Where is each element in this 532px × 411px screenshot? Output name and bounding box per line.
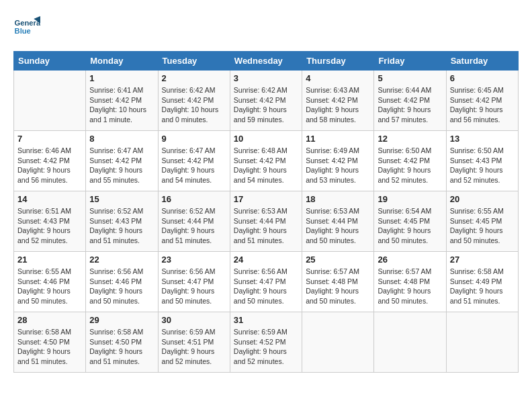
day-number: 9	[162, 134, 226, 144]
calendar-cell: 5Sunrise: 6:44 AM Sunset: 4:42 PM Daylig…	[374, 71, 446, 131]
cell-info: Sunrise: 6:54 AM Sunset: 4:45 PM Dayligh…	[378, 206, 442, 246]
day-header-tuesday: Tuesday	[158, 52, 230, 71]
calendar-cell: 26Sunrise: 6:57 AM Sunset: 4:48 PM Dayli…	[374, 252, 446, 312]
day-number: 20	[450, 194, 515, 204]
day-header-thursday: Thursday	[302, 52, 374, 71]
cell-info: Sunrise: 6:53 AM Sunset: 4:44 PM Dayligh…	[234, 206, 298, 246]
calendar-cell: 6Sunrise: 6:45 AM Sunset: 4:42 PM Daylig…	[446, 71, 518, 131]
calendar-cell: 7Sunrise: 6:46 AM Sunset: 4:42 PM Daylig…	[14, 131, 86, 191]
cell-info: Sunrise: 6:42 AM Sunset: 4:42 PM Dayligh…	[234, 85, 298, 125]
calendar-cell: 20Sunrise: 6:55 AM Sunset: 4:45 PM Dayli…	[446, 191, 518, 252]
week-row-3: 14Sunrise: 6:51 AM Sunset: 4:43 PM Dayli…	[14, 191, 519, 252]
cell-info: Sunrise: 6:52 AM Sunset: 4:43 PM Dayligh…	[89, 206, 154, 246]
calendar-cell: 22Sunrise: 6:56 AM Sunset: 4:46 PM Dayli…	[86, 252, 158, 312]
cell-info: Sunrise: 6:58 AM Sunset: 4:50 PM Dayligh…	[17, 327, 82, 367]
day-number: 8	[89, 134, 154, 144]
calendar-cell: 21Sunrise: 6:55 AM Sunset: 4:46 PM Dayli…	[14, 252, 86, 312]
day-number: 12	[378, 134, 442, 144]
cell-info: Sunrise: 6:46 AM Sunset: 4:42 PM Dayligh…	[17, 146, 82, 185]
day-number: 14	[17, 194, 82, 204]
calendar-cell	[446, 312, 518, 373]
day-number: 24	[234, 255, 298, 265]
cell-info: Sunrise: 6:43 AM Sunset: 4:42 PM Dayligh…	[306, 85, 370, 125]
day-number: 3	[234, 73, 298, 83]
cell-info: Sunrise: 6:57 AM Sunset: 4:48 PM Dayligh…	[306, 267, 370, 306]
day-header-friday: Friday	[374, 52, 446, 71]
day-number: 16	[162, 194, 226, 204]
logo: General Blue	[13, 13, 43, 40]
cell-info: Sunrise: 6:57 AM Sunset: 4:48 PM Dayligh…	[378, 267, 442, 306]
day-number: 1	[89, 73, 154, 83]
day-number: 22	[89, 255, 154, 265]
day-number: 4	[306, 73, 370, 83]
day-number: 6	[450, 73, 515, 83]
calendar-cell	[14, 71, 86, 131]
day-number: 15	[89, 194, 154, 204]
calendar-cell: 28Sunrise: 6:58 AM Sunset: 4:50 PM Dayli…	[14, 312, 86, 373]
cell-info: Sunrise: 6:56 AM Sunset: 4:47 PM Dayligh…	[162, 267, 226, 306]
day-number: 19	[378, 194, 442, 204]
cell-info: Sunrise: 6:49 AM Sunset: 4:42 PM Dayligh…	[306, 146, 370, 185]
cell-info: Sunrise: 6:50 AM Sunset: 4:43 PM Dayligh…	[450, 146, 515, 185]
cell-info: Sunrise: 6:41 AM Sunset: 4:42 PM Dayligh…	[89, 85, 154, 125]
calendar-cell: 4Sunrise: 6:43 AM Sunset: 4:42 PM Daylig…	[302, 71, 374, 131]
day-number: 31	[234, 315, 298, 325]
cell-info: Sunrise: 6:44 AM Sunset: 4:42 PM Dayligh…	[378, 85, 442, 125]
cell-info: Sunrise: 6:56 AM Sunset: 4:47 PM Dayligh…	[234, 267, 298, 306]
cell-info: Sunrise: 6:47 AM Sunset: 4:42 PM Dayligh…	[162, 146, 226, 185]
cell-info: Sunrise: 6:55 AM Sunset: 4:45 PM Dayligh…	[450, 206, 515, 246]
day-number: 17	[234, 194, 298, 204]
logo-icon: General Blue	[13, 13, 40, 40]
cell-info: Sunrise: 6:48 AM Sunset: 4:42 PM Dayligh…	[234, 146, 298, 185]
day-number: 18	[306, 194, 370, 204]
day-number: 27	[450, 255, 515, 265]
calendar-cell: 16Sunrise: 6:52 AM Sunset: 4:44 PM Dayli…	[158, 191, 230, 252]
cell-info: Sunrise: 6:42 AM Sunset: 4:42 PM Dayligh…	[162, 85, 226, 125]
cell-info: Sunrise: 6:47 AM Sunset: 4:42 PM Dayligh…	[89, 146, 154, 185]
day-number: 5	[378, 73, 442, 83]
calendar-cell: 1Sunrise: 6:41 AM Sunset: 4:42 PM Daylig…	[86, 71, 158, 131]
cell-info: Sunrise: 6:53 AM Sunset: 4:44 PM Dayligh…	[306, 206, 370, 246]
calendar-cell: 23Sunrise: 6:56 AM Sunset: 4:47 PM Dayli…	[158, 252, 230, 312]
day-number: 11	[306, 134, 370, 144]
cell-info: Sunrise: 6:59 AM Sunset: 4:52 PM Dayligh…	[234, 327, 298, 367]
calendar-cell: 24Sunrise: 6:56 AM Sunset: 4:47 PM Dayli…	[230, 252, 302, 312]
calendar-cell: 19Sunrise: 6:54 AM Sunset: 4:45 PM Dayli…	[374, 191, 446, 252]
cell-info: Sunrise: 6:51 AM Sunset: 4:43 PM Dayligh…	[17, 206, 82, 246]
calendar-cell: 17Sunrise: 6:53 AM Sunset: 4:44 PM Dayli…	[230, 191, 302, 252]
cell-info: Sunrise: 6:58 AM Sunset: 4:50 PM Dayligh…	[89, 327, 154, 367]
calendar-header-row: SundayMondayTuesdayWednesdayThursdayFrid…	[14, 52, 519, 71]
calendar-cell: 3Sunrise: 6:42 AM Sunset: 4:42 PM Daylig…	[230, 71, 302, 131]
calendar-cell: 9Sunrise: 6:47 AM Sunset: 4:42 PM Daylig…	[158, 131, 230, 191]
day-number: 26	[378, 255, 442, 265]
week-row-1: 1Sunrise: 6:41 AM Sunset: 4:42 PM Daylig…	[14, 71, 519, 131]
calendar-cell: 14Sunrise: 6:51 AM Sunset: 4:43 PM Dayli…	[14, 191, 86, 252]
calendar-cell: 8Sunrise: 6:47 AM Sunset: 4:42 PM Daylig…	[86, 131, 158, 191]
calendar-cell	[374, 312, 446, 373]
calendar-cell: 31Sunrise: 6:59 AM Sunset: 4:52 PM Dayli…	[230, 312, 302, 373]
day-number: 7	[17, 134, 82, 144]
day-header-saturday: Saturday	[446, 52, 518, 71]
page-header: General Blue	[13, 13, 519, 40]
calendar-cell: 13Sunrise: 6:50 AM Sunset: 4:43 PM Dayli…	[446, 131, 518, 191]
calendar-cell: 2Sunrise: 6:42 AM Sunset: 4:42 PM Daylig…	[158, 71, 230, 131]
day-header-monday: Monday	[86, 52, 158, 71]
day-number: 10	[234, 134, 298, 144]
calendar-body: 1Sunrise: 6:41 AM Sunset: 4:42 PM Daylig…	[14, 71, 519, 373]
day-number: 23	[162, 255, 226, 265]
day-number: 29	[89, 315, 154, 325]
cell-info: Sunrise: 6:52 AM Sunset: 4:44 PM Dayligh…	[162, 206, 226, 246]
week-row-2: 7Sunrise: 6:46 AM Sunset: 4:42 PM Daylig…	[14, 131, 519, 191]
calendar-cell: 27Sunrise: 6:58 AM Sunset: 4:49 PM Dayli…	[446, 252, 518, 312]
calendar-cell: 11Sunrise: 6:49 AM Sunset: 4:42 PM Dayli…	[302, 131, 374, 191]
day-number: 30	[162, 315, 226, 325]
svg-text:Blue: Blue	[15, 27, 31, 35]
calendar-cell: 15Sunrise: 6:52 AM Sunset: 4:43 PM Dayli…	[86, 191, 158, 252]
cell-info: Sunrise: 6:58 AM Sunset: 4:49 PM Dayligh…	[450, 267, 515, 306]
calendar-cell	[302, 312, 374, 373]
cell-info: Sunrise: 6:59 AM Sunset: 4:51 PM Dayligh…	[162, 327, 226, 367]
week-row-4: 21Sunrise: 6:55 AM Sunset: 4:46 PM Dayli…	[14, 252, 519, 312]
day-header-wednesday: Wednesday	[230, 52, 302, 71]
cell-info: Sunrise: 6:55 AM Sunset: 4:46 PM Dayligh…	[17, 267, 82, 306]
calendar-cell: 10Sunrise: 6:48 AM Sunset: 4:42 PM Dayli…	[230, 131, 302, 191]
